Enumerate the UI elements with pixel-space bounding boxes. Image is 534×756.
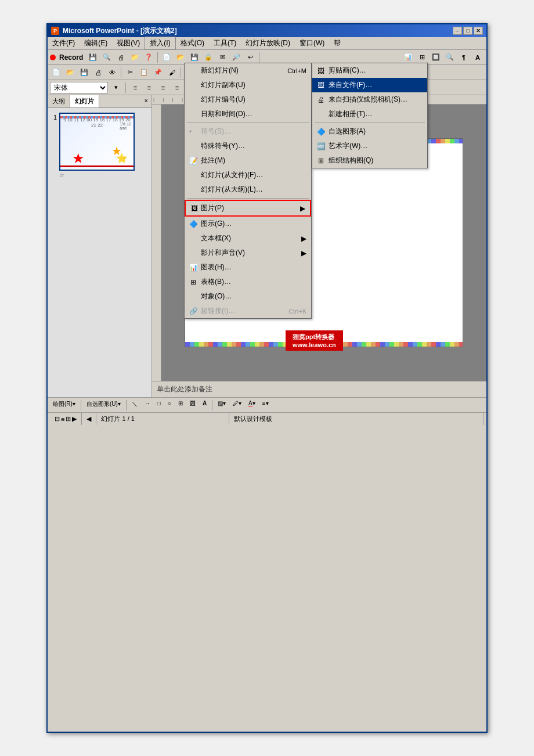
slideshow-btn[interactable]: ▶ <box>72 415 77 423</box>
menu-insert[interactable]: 插入(I) <box>145 37 175 50</box>
draw-dropdown[interactable]: 绘图(R)▾ <box>50 399 78 411</box>
format-paint[interactable]: 🖌 <box>165 67 178 78</box>
align-left[interactable]: ≡ <box>129 82 142 93</box>
align-justify[interactable]: ≡ <box>171 82 183 93</box>
maximize-button[interactable]: □ <box>463 27 472 35</box>
preview-button[interactable]: 👁 <box>106 67 118 78</box>
sep-draw-2 <box>126 400 127 411</box>
slide-color-bar-top <box>185 139 463 143</box>
line-tool[interactable]: ＼ <box>129 399 140 411</box>
line-style-btn[interactable]: ≡▾ <box>259 399 272 411</box>
minimize-button[interactable]: ─ <box>453 27 462 35</box>
menu-view[interactable]: 视图(V) <box>112 37 145 49</box>
title-bar-buttons: ─ □ ✕ <box>453 27 483 35</box>
font-name-select[interactable]: 宋体 <box>50 82 108 93</box>
outline-view-btn[interactable]: ≡ <box>61 416 64 423</box>
paste-button[interactable]: 📌 <box>151 67 164 78</box>
permission-button[interactable]: 🔒 <box>202 52 215 63</box>
ellipse-tool[interactable]: ○ <box>165 399 174 411</box>
slide-thumbnail-1[interactable]: 9 10 11 12 00 15 16 17 18 19 20 21 22 1%… <box>59 113 135 171</box>
format-toolbar: 宋体 ▾ ≡ ≡ ≡ ≡ 1≡ •≡ ⇥ ⇤ 18 A↑ <box>48 80 486 95</box>
insert-diag-btn[interactable]: ⊞ <box>175 399 186 411</box>
sep-5 <box>212 67 213 78</box>
menu-tools[interactable]: 工具(T) <box>209 37 241 49</box>
align-right[interactable]: ≡ <box>157 82 169 93</box>
separator-2 <box>259 52 259 63</box>
record-label: Record <box>59 53 83 62</box>
insert-hyperlink[interactable]: 🔗 <box>215 67 228 78</box>
tab-slides[interactable]: 幻灯片 <box>70 95 99 107</box>
menu-edit[interactable]: 编辑(E) <box>80 37 112 49</box>
help-button[interactable]: ❓ <box>142 52 155 63</box>
search2-button[interactable]: 🔎 <box>230 52 243 63</box>
tabs-row: 大纲 幻灯片 × <box>48 95 151 108</box>
menu-file[interactable]: 文件(F) <box>48 37 80 49</box>
align-center[interactable]: ≡ <box>143 82 156 93</box>
font-dropdown-arrow[interactable]: ▾ <box>110 82 122 93</box>
insert-clip-btn[interactable]: 🖼 <box>187 399 199 411</box>
tab-close-button[interactable]: × <box>141 95 151 107</box>
undo2-button[interactable]: ↩ <box>183 67 196 78</box>
font-size-up[interactable]: A↑ <box>268 82 281 93</box>
slide-main[interactable] <box>185 138 463 347</box>
bullets-button[interactable]: •≡ <box>204 82 217 93</box>
cut-button[interactable]: ✂ <box>124 67 136 78</box>
format-icon[interactable]: ¶ <box>457 52 470 63</box>
slide-ruler-side: 1% ±2add <box>120 122 131 130</box>
email-button[interactable]: ✉ <box>216 52 229 63</box>
main-window: P Microsoft PowerPoint - [演示文稿2] ─ □ ✕ 文… <box>46 23 488 733</box>
sep-9 <box>220 82 221 93</box>
print2-button[interactable]: 🖨 <box>92 67 104 78</box>
save-button[interactable]: 💾 <box>86 52 99 63</box>
slide-sorter-btn[interactable]: ⊞ <box>66 415 71 423</box>
save2-button[interactable]: 💾 <box>188 52 201 63</box>
arrow-tool[interactable]: → <box>142 399 153 411</box>
undo-button[interactable]: ↩ <box>244 52 257 63</box>
slide-star-left-icon: ★ <box>72 150 85 167</box>
ruler-vertical <box>152 105 161 381</box>
search-button[interactable]: 🔍 <box>100 52 113 63</box>
note-area[interactable]: 单击此处添加备注 <box>152 381 486 397</box>
table-icon[interactable]: ⊞ <box>416 52 428 63</box>
open-button[interactable]: 📂 <box>174 52 187 63</box>
folder-button[interactable]: 📁 <box>128 52 141 63</box>
watermark-banner: 狸窝ppt转换器 www.leawo.cn <box>286 330 343 351</box>
insert-wa-btn[interactable]: A <box>200 399 210 411</box>
menu-window[interactable]: 窗口(W) <box>295 37 329 49</box>
numbering-button[interactable]: 1≡ <box>190 82 203 93</box>
increase-indent[interactable]: ⇥ <box>223 82 236 93</box>
tab-outline[interactable]: 大纲 <box>48 95 70 107</box>
watermark-line2: www.leawo.cn <box>293 341 336 348</box>
new-button[interactable]: 📄 <box>160 52 173 63</box>
window-title: Microsoft PowerPoint - [演示文稿2] <box>63 26 177 36</box>
expand-icon[interactable]: 🔲 <box>430 52 442 63</box>
slide-star2-icon: ⭐ <box>116 153 128 164</box>
menu-format[interactable]: 格式(O) <box>176 37 209 49</box>
scroll-left-btn[interactable]: ◀ <box>82 413 96 425</box>
menu-slideshow[interactable]: 幻灯片放映(D) <box>241 37 295 49</box>
sep-3 <box>121 67 121 78</box>
close-button[interactable]: ✕ <box>474 27 483 35</box>
normal-view-btn[interactable]: ⊟ <box>55 415 60 423</box>
font-color-btn[interactable]: A▾ <box>246 399 258 411</box>
autoshapes-dropdown[interactable]: 自选图形(U)▾ <box>84 399 124 411</box>
zoom-out[interactable]: 🔍 <box>233 67 246 78</box>
line-color-btn[interactable]: 🖊▾ <box>230 399 244 411</box>
fill-btn[interactable]: ▧▾ <box>215 399 229 411</box>
slide-bottom-bar <box>60 165 134 167</box>
find-icon[interactable]: 🔍 <box>443 52 456 63</box>
align-group: ≡ ≡ ≡ ≡ <box>129 82 183 93</box>
decrease-indent[interactable]: ⇤ <box>238 82 251 93</box>
copy-button[interactable]: 📋 <box>138 67 150 78</box>
open2-button[interactable]: 📂 <box>64 67 77 78</box>
view-buttons: ⊟ ≡ ⊞ ▶ <box>50 413 82 425</box>
chart-icon[interactable]: 📊 <box>402 52 414 63</box>
template-info: 默认设计模板 <box>229 413 484 425</box>
print-button[interactable]: 🖨 <box>114 52 127 63</box>
menu-help[interactable]: 帮 <box>329 37 345 49</box>
redo-button[interactable]: ↪ <box>197 67 210 78</box>
new2-button[interactable]: 📄 <box>50 67 63 78</box>
rect-tool[interactable]: □ <box>154 399 164 411</box>
bold-icon[interactable]: A <box>471 52 484 63</box>
save3-button[interactable]: 💾 <box>78 67 91 78</box>
